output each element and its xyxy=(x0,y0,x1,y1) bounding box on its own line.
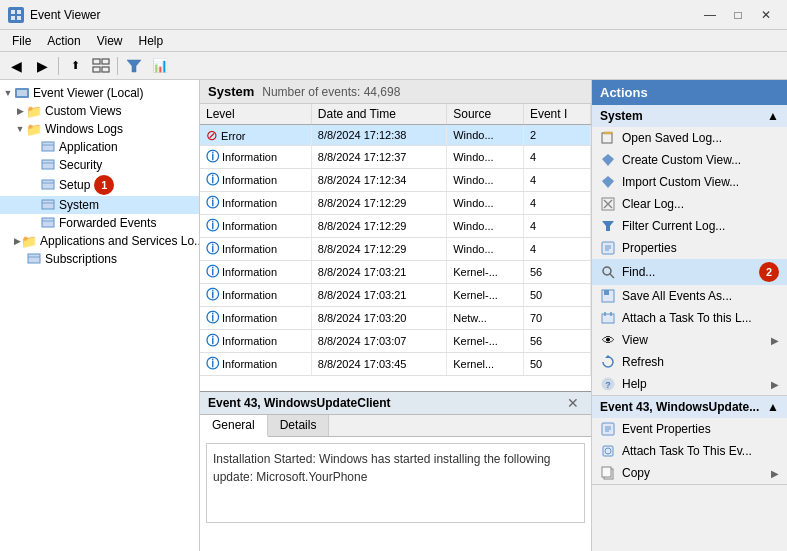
col-eventid[interactable]: Event I xyxy=(523,104,590,125)
open-saved-log-label: Open Saved Log... xyxy=(622,131,779,145)
tree-item-security[interactable]: Security xyxy=(0,156,199,174)
table-row[interactable]: ⓘ Information8/8/2024 17:03:21Kernel-...… xyxy=(200,261,591,284)
system-section-label: System xyxy=(600,109,643,123)
action-event-properties[interactable]: Event Properties xyxy=(592,418,787,440)
icon-application xyxy=(40,139,56,155)
table-row[interactable]: ⓘ Information8/8/2024 17:03:20Netw...70 xyxy=(200,307,591,330)
tree-label-system: System xyxy=(59,198,99,212)
tab-details[interactable]: Details xyxy=(268,415,330,436)
action-clear-log[interactable]: Clear Log... xyxy=(592,193,787,215)
menu-view[interactable]: View xyxy=(89,32,131,50)
col-datetime[interactable]: Date and Time xyxy=(311,104,446,125)
tree-label-subscriptions: Subscriptions xyxy=(45,252,117,266)
icon-subscriptions xyxy=(26,251,42,267)
cell-datetime: 8/8/2024 17:12:29 xyxy=(311,215,446,238)
events-tbody: ⊘ Error8/8/2024 17:12:38Windo...2ⓘ Infor… xyxy=(200,125,591,376)
main-layout: ▼ Event Viewer (Local) ▶ 📁 Custom Views … xyxy=(0,80,787,551)
clear-log-icon xyxy=(600,196,616,212)
action-open-saved-log[interactable]: Open Saved Log... xyxy=(592,127,787,149)
menu-file[interactable]: File xyxy=(4,32,39,50)
center-panel: System Number of events: 44,698 Level Da… xyxy=(200,80,592,551)
tree-item-customviews[interactable]: ▶ 📁 Custom Views xyxy=(0,102,199,120)
action-filter-current-log[interactable]: Filter Current Log... xyxy=(592,215,787,237)
info-icon: ⓘ xyxy=(206,333,219,348)
action-copy[interactable]: Copy ▶ xyxy=(592,462,787,484)
system-section-title: System ▲ xyxy=(592,105,787,127)
tab-general[interactable]: General xyxy=(200,415,268,437)
action-find[interactable]: Find... 2 xyxy=(592,259,787,285)
actions-section-event43: Event 43, WindowsUpdate... ▲ Event Prope… xyxy=(592,396,787,485)
tree-item-application[interactable]: Application xyxy=(0,138,199,156)
svg-marker-42 xyxy=(605,355,611,358)
action-refresh[interactable]: Refresh xyxy=(592,351,787,373)
table-row[interactable]: ⓘ Information8/8/2024 17:12:29Windo...4 xyxy=(200,215,591,238)
info-icon: ⓘ xyxy=(206,356,219,371)
copy-icon xyxy=(600,465,616,481)
log-title: System xyxy=(208,84,254,99)
detail-close-button[interactable]: ✕ xyxy=(563,395,583,411)
table-row[interactable]: ⓘ Information8/8/2024 17:12:37Windo...4 xyxy=(200,146,591,169)
info-icon: ⓘ xyxy=(206,241,219,256)
table-row[interactable]: ⓘ Information8/8/2024 17:03:45Kernel...5… xyxy=(200,353,591,376)
action-properties[interactable]: Properties xyxy=(592,237,787,259)
expand-appservices: ▶ xyxy=(14,236,21,246)
table-row[interactable]: ⓘ Information8/8/2024 17:12:29Windo...4 xyxy=(200,238,591,261)
cell-datetime: 8/8/2024 17:03:21 xyxy=(311,261,446,284)
menu-action[interactable]: Action xyxy=(39,32,88,50)
attach-task-event-icon xyxy=(600,443,616,459)
toolbar-up[interactable]: ⬆ xyxy=(63,55,87,77)
events-table-container[interactable]: Level Date and Time Source Event I ⊘ Err… xyxy=(200,104,591,391)
cell-level: ⓘ Information xyxy=(200,307,311,330)
tree-item-subscriptions[interactable]: Subscriptions xyxy=(0,250,199,268)
cell-eventid: 50 xyxy=(523,284,590,307)
cell-datetime: 8/8/2024 17:12:38 xyxy=(311,125,446,146)
close-button[interactable]: ✕ xyxy=(753,5,779,25)
svg-rect-52 xyxy=(602,467,611,477)
attach-task-event-label: Attach Task To This Ev... xyxy=(622,444,779,458)
action-save-all-events[interactable]: Save All Events As... xyxy=(592,285,787,307)
tree-item-system[interactable]: System xyxy=(0,196,199,214)
action-view[interactable]: 👁 View ▶ xyxy=(592,329,787,351)
toolbar: ◀ ▶ ⬆ 📊 xyxy=(0,52,787,80)
properties-label: Properties xyxy=(622,241,779,255)
table-row[interactable]: ⓘ Information8/8/2024 17:12:34Windo...4 xyxy=(200,169,591,192)
tree-label-local: Event Viewer (Local) xyxy=(33,86,144,100)
table-row[interactable]: ⓘ Information8/8/2024 17:03:21Kernel-...… xyxy=(200,284,591,307)
save-all-icon xyxy=(600,288,616,304)
svg-rect-21 xyxy=(28,254,40,263)
import-custom-view-icon xyxy=(600,174,616,190)
toolbar-back[interactable]: ◀ xyxy=(4,55,28,77)
col-level[interactable]: Level xyxy=(200,104,311,125)
cell-eventid: 56 xyxy=(523,330,590,353)
col-source[interactable]: Source xyxy=(447,104,524,125)
cell-eventid: 50 xyxy=(523,353,590,376)
action-create-custom-view[interactable]: Create Custom View... xyxy=(592,149,787,171)
table-row[interactable]: ⓘ Information8/8/2024 17:12:29Windo...4 xyxy=(200,192,591,215)
action-import-custom-view[interactable]: Import Custom View... xyxy=(592,171,787,193)
action-attach-task[interactable]: Attach a Task To this L... xyxy=(592,307,787,329)
cell-eventid: 70 xyxy=(523,307,590,330)
tree-label-customviews: Custom Views xyxy=(45,104,121,118)
action-attach-task-event[interactable]: Attach Task To This Ev... xyxy=(592,440,787,462)
table-row[interactable]: ⓘ Information8/8/2024 17:03:07Kernel-...… xyxy=(200,330,591,353)
toolbar-show[interactable] xyxy=(89,55,113,77)
tree-item-setup[interactable]: Setup 1 xyxy=(0,174,199,196)
tree-item-appservices[interactable]: ▶ 📁 Applications and Services Lo... xyxy=(0,232,199,250)
toolbar-forward[interactable]: ▶ xyxy=(30,55,54,77)
tree-item-forwardedevents[interactable]: Forwarded Events xyxy=(0,214,199,232)
menu-bar: File Action View Help xyxy=(0,30,787,52)
menu-help[interactable]: Help xyxy=(131,32,172,50)
tree-item-local[interactable]: ▼ Event Viewer (Local) xyxy=(0,84,199,102)
cell-level: ⊘ Error xyxy=(200,125,311,146)
info-icon: ⓘ xyxy=(206,264,219,279)
info-icon: ⓘ xyxy=(206,218,219,233)
events-table: Level Date and Time Source Event I ⊘ Err… xyxy=(200,104,591,376)
toolbar-filter[interactable] xyxy=(122,55,146,77)
action-help[interactable]: ? Help ▶ xyxy=(592,373,787,395)
table-row[interactable]: ⊘ Error8/8/2024 17:12:38Windo...2 xyxy=(200,125,591,146)
maximize-button[interactable]: □ xyxy=(725,5,751,25)
minimize-button[interactable]: — xyxy=(697,5,723,25)
detail-text: Installation Started: Windows has starte… xyxy=(206,443,585,523)
toolbar-properties[interactable]: 📊 xyxy=(148,55,172,77)
tree-item-windowslogs[interactable]: ▼ 📁 Windows Logs xyxy=(0,120,199,138)
